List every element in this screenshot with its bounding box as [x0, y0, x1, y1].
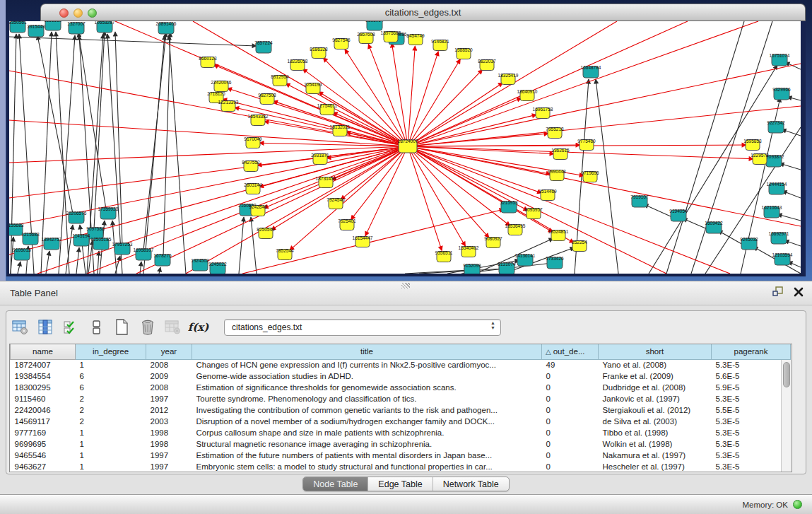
close-panel-icon[interactable]: [794, 287, 804, 300]
table-cell[interactable]: 1997: [146, 461, 192, 472]
table-cell[interactable]: 6: [76, 370, 146, 382]
column-header-name[interactable]: name: [11, 344, 76, 359]
table-cell[interactable]: 1: [76, 438, 146, 450]
table-cell[interactable]: 2: [76, 404, 146, 416]
column-select-check-icon[interactable]: [61, 318, 81, 337]
table-cell[interactable]: 0: [542, 404, 599, 416]
table-cell[interactable]: 2: [76, 393, 146, 404]
column-header-out_degree[interactable]: △out_de...: [542, 344, 599, 359]
table-cell[interactable]: 0: [542, 416, 599, 427]
table-cell[interactable]: Dudbridge et al. (2008): [599, 382, 712, 393]
table-cell[interactable]: 1: [76, 359, 146, 370]
table-cell[interactable]: Hescheler et al. (1997): [599, 461, 712, 472]
table-cell[interactable]: Disruption of a novel member of a sodium…: [192, 416, 542, 427]
table-cell[interactable]: 5.3E-5: [712, 438, 791, 450]
table-cell[interactable]: Changes of HCN gene expression and I(f) …: [192, 359, 542, 370]
column-header-short[interactable]: short: [599, 344, 712, 359]
float-window-icon[interactable]: [772, 286, 784, 300]
table-cell[interactable]: 49: [542, 359, 599, 370]
table-cell[interactable]: 1997: [146, 450, 192, 461]
table-cell[interactable]: 0: [542, 461, 599, 472]
table-cell[interactable]: Estimation of significance thresholds fo…: [192, 382, 542, 393]
table-cell[interactable]: 19384554: [11, 370, 76, 382]
table-cell[interactable]: Embryonic stem cells: a model to study s…: [192, 461, 542, 472]
table-cell[interactable]: 5.3E-5: [712, 393, 791, 404]
memory-status-indicator[interactable]: [793, 500, 802, 509]
table-cell[interactable]: Yano et al. (2008): [599, 359, 712, 370]
table-row[interactable]: 969969511998Structural magnetic resonanc…: [11, 438, 791, 450]
table-cell[interactable]: 6: [76, 382, 146, 393]
column-header-in_degree[interactable]: in_degree: [76, 344, 146, 359]
row-toggle-icon[interactable]: [87, 318, 106, 337]
table-cell[interactable]: 1998: [146, 438, 192, 450]
table-row[interactable]: 911546021997Tourette syndrome. Phenomeno…: [11, 393, 791, 404]
table-cell[interactable]: Franke et al. (2009): [599, 370, 712, 382]
table-cell[interactable]: Investigating the contribution of common…: [192, 404, 542, 416]
table-cell[interactable]: 9463627: [11, 461, 76, 472]
table-cell[interactable]: 2003: [146, 416, 192, 427]
table-cell[interactable]: 2012: [146, 404, 192, 416]
table-row[interactable]: 946554611997Estimation of the future num…: [11, 450, 791, 461]
table-cell[interactable]: 5.6E-5: [712, 370, 791, 382]
table-cell[interactable]: 5.3E-5: [712, 461, 791, 472]
table-cell[interactable]: 2008: [146, 382, 192, 393]
table-cell[interactable]: Nakamura et al. (1997): [599, 450, 712, 461]
table-options-icon[interactable]: [11, 318, 30, 337]
table-cell[interactable]: 18300295: [11, 382, 76, 393]
table-cell[interactable]: 0: [542, 427, 599, 438]
table-cell[interactable]: 1: [76, 427, 146, 438]
table-cell[interactable]: Tourette syndrome. Phenomenology and cla…: [192, 393, 542, 404]
tab-edge-table[interactable]: Edge Table: [368, 477, 433, 491]
table-scrollbar[interactable]: [781, 360, 792, 472]
column-header-year[interactable]: year: [146, 344, 192, 359]
table-cell[interactable]: Jankovic et al. (1997): [599, 393, 712, 404]
table-cell[interactable]: 0: [542, 393, 599, 404]
function-builder-icon[interactable]: f(x): [189, 318, 208, 337]
table-cell[interactable]: Tibbo et al. (1998): [599, 427, 712, 438]
citation-network-graph[interactable]: 8350561391544911556891327007106532872089…: [9, 21, 801, 274]
table-cell[interactable]: 5.3E-5: [712, 359, 791, 370]
delete-table-icon[interactable]: [163, 318, 182, 337]
table-cell[interactable]: Stergiakouli et al. (2012): [599, 404, 712, 416]
column-header-pagerank[interactable]: pagerank: [712, 344, 791, 359]
table-cell[interactable]: 5.3E-5: [712, 427, 791, 438]
table-cell[interactable]: Genome-wide association studies in ADHD.: [192, 370, 542, 382]
delete-trash-icon[interactable]: [138, 318, 157, 337]
table-cell[interactable]: 18724007: [11, 359, 76, 370]
table-cell[interactable]: 2009: [146, 370, 192, 382]
table-row[interactable]: 1456911722003Disruption of a novel membe…: [11, 416, 791, 427]
table-cell[interactable]: 5.9E-5: [712, 382, 791, 393]
table-cell[interactable]: 2: [76, 416, 146, 427]
column-visibility-icon[interactable]: [36, 318, 55, 337]
table-cell[interactable]: 0: [542, 370, 599, 382]
table-cell[interactable]: 9115460: [11, 393, 76, 404]
table-cell[interactable]: 1: [76, 450, 146, 461]
table-cell[interactable]: 9777169: [11, 427, 76, 438]
table-cell[interactable]: 0: [542, 382, 599, 393]
table-row[interactable]: 1830029562008Estimation of significance …: [11, 382, 791, 393]
panel-resize-grip[interactable]: [401, 283, 410, 288]
network-table-selector[interactable]: citations_edges.txt ▲▼: [224, 319, 501, 336]
table-scrollbar-thumb[interactable]: [783, 362, 790, 387]
tab-network-table[interactable]: Network Table: [433, 477, 509, 491]
network-window-titlebar[interactable]: citations_edges.txt: [40, 4, 806, 21]
table-cell[interactable]: 5.5E-5: [712, 404, 791, 416]
table-cell[interactable]: Structural magnetic resonance image aver…: [192, 438, 542, 450]
table-cell[interactable]: 0: [542, 450, 599, 461]
column-header-title[interactable]: title: [192, 344, 542, 359]
table-row[interactable]: 1938455462009Genome-wide association stu…: [11, 370, 791, 382]
table-cell[interactable]: 2008: [146, 359, 192, 370]
table-row[interactable]: 946362711997Embryonic stem cells: a mode…: [11, 461, 791, 472]
table-cell[interactable]: 0: [542, 438, 599, 450]
table-cell[interactable]: 5.3E-5: [712, 416, 791, 427]
table-cell[interactable]: 5.3E-5: [712, 450, 791, 461]
table-cell[interactable]: 1: [76, 461, 146, 472]
table-cell[interactable]: Estimation of the future numbers of pati…: [192, 450, 542, 461]
table-cell[interactable]: 1998: [146, 427, 192, 438]
table-cell[interactable]: 22420046: [11, 404, 76, 416]
table-cell[interactable]: Corpus callosum shape and size in male p…: [192, 427, 542, 438]
table-cell[interactable]: 1997: [146, 393, 192, 404]
table-cell[interactable]: de Silva et al. (2003): [599, 416, 712, 427]
table-row[interactable]: 1872400712008Changes of HCN gene express…: [11, 359, 791, 370]
tab-node-table[interactable]: Node Table: [303, 477, 368, 491]
